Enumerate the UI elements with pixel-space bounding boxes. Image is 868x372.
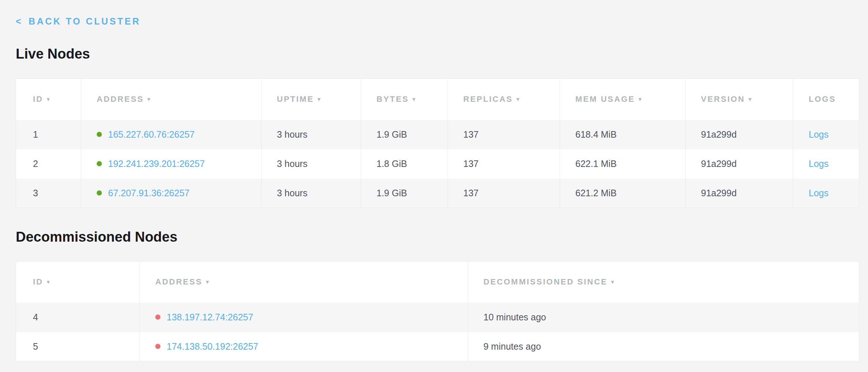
- sort-arrow-icon: ▾: [47, 96, 50, 103]
- column-header-mem-usage[interactable]: MEM USAGE▾: [560, 79, 686, 120]
- node-address-link[interactable]: 192.241.239.201:26257: [108, 159, 205, 169]
- node-address-cell: 67.207.91.36:26257: [81, 179, 261, 208]
- column-header-decommissioned-since[interactable]: DECOMMISSIONED SINCE▾: [468, 261, 859, 303]
- node-bytes-cell: 1.9 GiB: [361, 120, 448, 149]
- node-bytes-cell: 1.8 GiB: [361, 149, 448, 179]
- back-link-label: BACK TO CLUSTER: [29, 17, 141, 26]
- table-row: 5 174.138.50.192:26257 9 minutes ago: [16, 332, 859, 361]
- node-address-cell: 165.227.60.76:26257: [81, 120, 261, 149]
- column-header-label: ID: [33, 94, 43, 104]
- node-address-cell: 174.138.50.192:26257: [140, 332, 468, 361]
- sort-arrow-icon: ▾: [516, 96, 519, 103]
- column-header-label: MEM USAGE: [575, 94, 635, 104]
- column-header-label: VERSION: [701, 94, 745, 104]
- sort-arrow-icon: ▾: [148, 96, 151, 103]
- node-address-link[interactable]: 165.227.60.76:26257: [108, 129, 194, 140]
- node-logs-cell: Logs: [793, 120, 859, 149]
- decommissioned-status-icon: [155, 315, 160, 320]
- sort-arrow-icon: ▾: [611, 279, 614, 285]
- node-uptime-cell: 3 hours: [261, 120, 361, 149]
- table-row: 2 192.241.239.201:26257 3 hours 1.8 GiB …: [16, 149, 859, 179]
- node-address-link[interactable]: 67.207.91.36:26257: [108, 188, 189, 198]
- node-id-cell: 4: [16, 303, 140, 332]
- node-uptime-cell: 3 hours: [261, 179, 361, 208]
- back-to-cluster-link[interactable]: < BACK TO CLUSTER: [16, 17, 141, 26]
- header-row: ID▾ ADDRESS▾ DECOMMISSIONED SINCE▾: [16, 261, 859, 303]
- logs-link[interactable]: Logs: [809, 159, 828, 169]
- live-status-icon: [97, 190, 102, 196]
- node-id-cell: 3: [16, 179, 81, 208]
- node-logs-cell: Logs: [793, 149, 859, 179]
- node-bytes-cell: 1.9 GiB: [361, 179, 448, 208]
- decommissioned-nodes-heading: Decommissioned Nodes: [16, 230, 859, 244]
- logs-link[interactable]: Logs: [809, 129, 828, 140]
- node-mem-usage-cell: 621.2 MiB: [560, 179, 686, 208]
- node-address-cell: 138.197.12.74:26257: [140, 303, 468, 332]
- sort-arrow-icon: ▾: [412, 96, 415, 103]
- column-header-label: UPTIME: [277, 94, 314, 104]
- column-header-replicas[interactable]: REPLICAS▾: [448, 79, 560, 120]
- node-version-cell: 91a299d: [686, 120, 793, 149]
- decommissioned-status-icon: [155, 344, 160, 349]
- node-address-link[interactable]: 174.138.50.192:26257: [167, 341, 258, 351]
- table-row: 1 165.227.60.76:26257 3 hours 1.9 GiB 13…: [16, 120, 859, 149]
- column-header-uptime[interactable]: UPTIME▾: [261, 79, 361, 120]
- sort-arrow-icon: ▾: [206, 279, 209, 285]
- node-uptime-cell: 3 hours: [261, 149, 361, 179]
- decommissioned-nodes-table: ID▾ ADDRESS▾ DECOMMISSIONED SINCE▾ 4 138…: [16, 261, 859, 361]
- node-id-cell: 1: [16, 120, 81, 149]
- logs-link[interactable]: Logs: [809, 188, 828, 198]
- column-header-logs: LOGS: [793, 79, 859, 120]
- node-id-cell: 5: [16, 332, 140, 361]
- sort-arrow-icon: ▾: [47, 279, 50, 285]
- live-nodes-heading: Live Nodes: [16, 47, 859, 61]
- column-header-label: ID: [33, 277, 43, 286]
- column-header-label: REPLICAS: [463, 94, 513, 104]
- node-address-cell: 192.241.239.201:26257: [81, 149, 261, 179]
- live-status-icon: [97, 161, 102, 166]
- decommissioned-since-cell: 10 minutes ago: [468, 303, 859, 332]
- table-row: 4 138.197.12.74:26257 10 minutes ago: [16, 303, 859, 332]
- header-row: ID▾ ADDRESS▾ UPTIME▾ BYTES▾ REPLICAS▾ ME…: [16, 79, 859, 120]
- column-header-label: DECOMMISSIONED SINCE: [483, 277, 608, 286]
- live-nodes-table: ID▾ ADDRESS▾ UPTIME▾ BYTES▾ REPLICAS▾ ME…: [16, 78, 859, 208]
- back-chevron-icon: <: [16, 17, 23, 26]
- live-nodes-table-header: ID▾ ADDRESS▾ UPTIME▾ BYTES▾ REPLICAS▾ ME…: [16, 79, 859, 120]
- column-header-bytes[interactable]: BYTES▾: [361, 79, 448, 120]
- column-header-version[interactable]: VERSION▾: [686, 79, 793, 120]
- node-logs-cell: Logs: [793, 179, 859, 208]
- column-header-label: BYTES: [376, 94, 409, 104]
- sort-arrow-icon: ▾: [318, 96, 320, 103]
- node-replicas-cell: 137: [448, 120, 560, 149]
- table-row: 3 67.207.91.36:26257 3 hours 1.9 GiB 137…: [16, 179, 859, 208]
- column-header-label: ADDRESS: [97, 94, 144, 104]
- column-header-id[interactable]: ID▾: [16, 79, 81, 120]
- cluster-nodes-page: < BACK TO CLUSTER Live Nodes ID▾ ADDRESS…: [0, 0, 868, 361]
- node-replicas-cell: 137: [448, 179, 560, 208]
- node-id-cell: 2: [16, 149, 81, 179]
- decommissioned-nodes-table-header: ID▾ ADDRESS▾ DECOMMISSIONED SINCE▾: [16, 261, 859, 303]
- column-header-address[interactable]: ADDRESS▾: [81, 79, 261, 120]
- node-mem-usage-cell: 622.1 MiB: [560, 149, 686, 179]
- column-header-address[interactable]: ADDRESS▾: [140, 261, 468, 303]
- column-header-label: LOGS: [809, 94, 836, 104]
- live-status-icon: [97, 132, 102, 137]
- node-mem-usage-cell: 618.4 MiB: [560, 120, 686, 149]
- decommissioned-since-cell: 9 minutes ago: [468, 332, 859, 361]
- sort-arrow-icon: ▾: [749, 96, 752, 103]
- node-version-cell: 91a299d: [686, 149, 793, 179]
- column-header-id[interactable]: ID▾: [16, 261, 140, 303]
- node-replicas-cell: 137: [448, 149, 560, 179]
- node-version-cell: 91a299d: [686, 179, 793, 208]
- sort-arrow-icon: ▾: [639, 96, 642, 103]
- node-address-link[interactable]: 138.197.12.74:26257: [167, 312, 253, 322]
- column-header-label: ADDRESS: [155, 277, 203, 286]
